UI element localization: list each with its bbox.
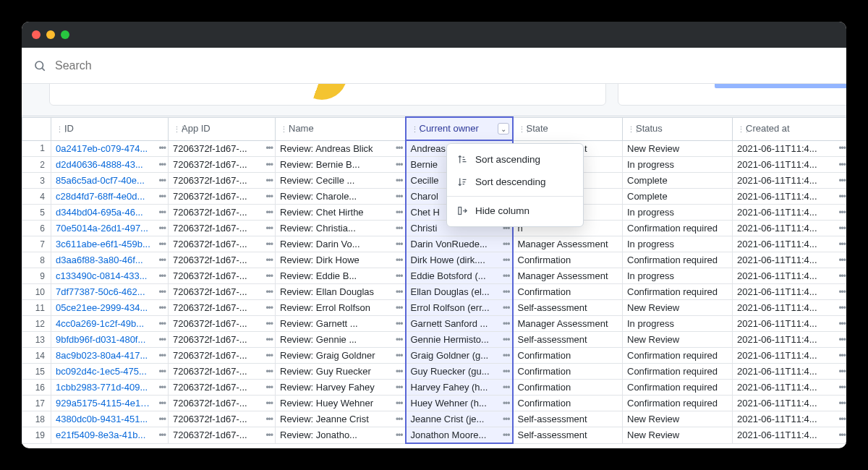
column-header-app-id[interactable]: ⋮⋮App ID (169, 117, 276, 140)
more-icon[interactable]: ••• (396, 335, 403, 345)
cell-app-id[interactable]: 7206372f-1d67-...••• (169, 205, 276, 221)
more-icon[interactable]: ••• (396, 160, 403, 170)
cell-name[interactable]: Review: Bernie B...••• (276, 157, 406, 173)
more-icon[interactable]: ••• (838, 223, 846, 234)
more-icon[interactable]: ••• (838, 351, 846, 361)
cell-id[interactable]: 4cc0a269-1c2f-49b...••• (51, 316, 169, 332)
cell-name[interactable]: Review: Huey Wehner••• (276, 396, 406, 411)
cell-current-owner[interactable]: Dirk Howe (dirk....••• (406, 252, 513, 268)
cell-name[interactable]: Review: Eddie B...••• (276, 268, 406, 284)
cell-current-owner[interactable]: Jeanne Crist (je...••• (406, 411, 513, 427)
cell-current-owner[interactable]: Huey Wehner (h...••• (406, 396, 513, 411)
table-row[interactable]: 8d3aa6f88-3a80-46f...•••7206372f-1d67-..… (22, 252, 847, 268)
cell-status[interactable]: New Review (623, 300, 733, 316)
more-icon[interactable]: ••• (396, 351, 403, 361)
cell-current-owner[interactable]: Errol Rolfson (err...••• (406, 300, 513, 316)
cell-current-owner[interactable]: Gennie Hermisto...••• (406, 332, 513, 348)
cell-created-at[interactable]: 2021-06-11T11:4...••• (733, 268, 847, 284)
cell-id[interactable]: 85a6c5ad-0cf7-40e...••• (51, 173, 169, 189)
cell-current-owner[interactable]: Harvey Fahey (h...••• (406, 380, 513, 396)
more-icon[interactable]: ••• (396, 271, 403, 281)
more-icon[interactable]: ••• (265, 398, 273, 409)
cell-id[interactable]: 9bfdb96f-d031-480f...••• (51, 332, 169, 348)
cell-app-id[interactable]: 7206372f-1d67-...••• (169, 252, 276, 268)
cell-name[interactable]: Review: Ellan Douglas••• (276, 284, 406, 300)
more-icon[interactable]: ••• (838, 414, 846, 424)
more-icon[interactable]: ••• (265, 430, 273, 440)
cell-created-at[interactable]: 2021-06-11T11:4...••• (733, 364, 847, 380)
cell-current-owner[interactable]: Jonathon Moore...••• (406, 427, 513, 444)
cell-id[interactable]: c28d4fd7-68ff-4e0d...••• (51, 189, 169, 205)
more-icon[interactable]: ••• (503, 255, 510, 265)
cell-app-id[interactable]: 7206372f-1d67-...••• (169, 189, 276, 205)
more-icon[interactable]: ••• (838, 208, 846, 218)
more-icon[interactable]: ••• (503, 430, 510, 440)
table-row[interactable]: 107df77387-50c6-462...•••7206372f-1d67-.… (22, 284, 847, 300)
more-icon[interactable]: ••• (838, 367, 846, 377)
more-icon[interactable]: ••• (838, 335, 846, 345)
cell-name[interactable]: Review: Garnett ...••• (276, 316, 406, 332)
window-close-button[interactable] (32, 30, 41, 39)
cell-created-at[interactable]: 2021-06-11T11:4...••• (733, 332, 847, 348)
more-icon[interactable]: ••• (158, 160, 166, 170)
table-row[interactable]: 161cbb2983-771d-409...•••7206372f-1d67-.… (22, 380, 847, 396)
cell-name[interactable]: Review: Errol Rolfson••• (276, 300, 406, 316)
more-icon[interactable]: ••• (396, 239, 403, 249)
more-icon[interactable]: ••• (158, 351, 166, 361)
more-icon[interactable]: ••• (396, 287, 403, 297)
more-icon[interactable]: ••• (503, 367, 510, 377)
more-icon[interactable]: ••• (265, 192, 273, 202)
cell-name[interactable]: Review: Darin Vo...••• (276, 236, 406, 252)
cell-state[interactable]: Manager Assessment (513, 236, 623, 252)
cell-created-at[interactable]: 2021-06-11T11:4...••• (733, 427, 847, 444)
cell-status[interactable]: In progress (623, 157, 733, 173)
more-icon[interactable]: ••• (838, 239, 846, 249)
cell-name[interactable]: Review: Chet Hirthe••• (276, 205, 406, 221)
more-icon[interactable]: ••• (503, 414, 510, 424)
more-icon[interactable]: ••• (503, 303, 510, 313)
table-row[interactable]: 4c28d4fd7-68ff-4e0d...•••7206372f-1d67-.… (22, 189, 847, 205)
cell-state[interactable]: Self-assessment (513, 427, 623, 444)
more-icon[interactable]: ••• (838, 398, 846, 409)
table-row[interactable]: 2d2d40636-4888-43...•••7206372f-1d67-...… (22, 157, 847, 173)
cell-app-id[interactable]: 7206372f-1d67-...••• (169, 300, 276, 316)
cell-created-at[interactable]: 2021-06-11T11:4...••• (733, 284, 847, 300)
cell-app-id[interactable]: 7206372f-1d67-...••• (169, 157, 276, 173)
cell-state[interactable]: Confirmation (513, 284, 623, 300)
more-icon[interactable]: ••• (158, 303, 166, 313)
more-icon[interactable]: ••• (265, 351, 273, 361)
more-icon[interactable]: ••• (265, 255, 273, 265)
more-icon[interactable]: ••• (265, 414, 273, 424)
table-row[interactable]: 10a2417eb-c079-474...•••7206372f-1d67-..… (22, 140, 847, 157)
cell-status[interactable]: Confirmation required (623, 348, 733, 364)
search-input[interactable] (55, 59, 835, 72)
more-icon[interactable]: ••• (838, 383, 846, 393)
more-icon[interactable]: ••• (265, 383, 273, 393)
more-icon[interactable]: ••• (158, 414, 166, 424)
more-icon[interactable]: ••• (503, 398, 510, 409)
window-minimize-button[interactable] (46, 30, 55, 39)
more-icon[interactable]: ••• (503, 335, 510, 345)
cell-current-owner[interactable]: Eddie Botsford (...••• (406, 268, 513, 284)
more-icon[interactable]: ••• (396, 208, 403, 218)
cell-created-at[interactable]: 2021-06-11T11:4...••• (733, 205, 847, 221)
cell-status[interactable]: In progress (623, 236, 733, 252)
cell-created-at[interactable]: 2021-06-11T11:4...••• (733, 380, 847, 396)
cell-status[interactable]: New Review (623, 411, 733, 427)
more-icon[interactable]: ••• (158, 319, 166, 329)
more-icon[interactable]: ••• (158, 255, 166, 265)
cell-state[interactable]: Confirmation (513, 348, 623, 364)
more-icon[interactable]: ••• (265, 335, 273, 345)
cell-name[interactable]: Review: Cecille ...••• (276, 173, 406, 189)
cell-status[interactable]: Confirmation required (623, 396, 733, 411)
cell-id[interactable]: d3aa6f88-3a80-46f...••• (51, 252, 169, 268)
cell-id[interactable]: 3c611abe-e6f1-459b...••• (51, 236, 169, 252)
cell-name[interactable]: Review: Graig Goldner••• (276, 348, 406, 364)
more-icon[interactable]: ••• (396, 383, 403, 393)
cell-created-at[interactable]: 2021-06-11T11:4...••• (733, 189, 847, 205)
cell-id[interactable]: 1cbb2983-771d-409...••• (51, 380, 169, 396)
more-icon[interactable]: ••• (158, 143, 166, 153)
more-icon[interactable]: ••• (265, 208, 273, 218)
more-icon[interactable]: ••• (265, 223, 273, 234)
table-row[interactable]: 5d344bd04-695a-46...•••7206372f-1d67-...… (22, 205, 847, 221)
